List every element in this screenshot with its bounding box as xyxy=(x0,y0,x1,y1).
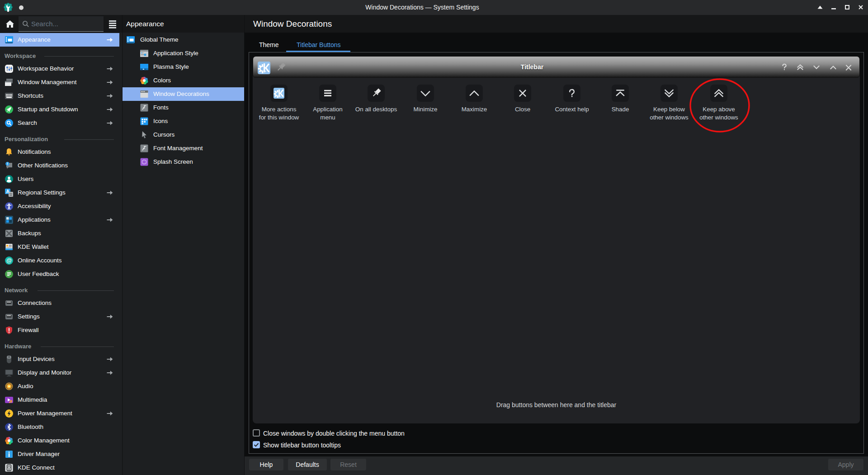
svg-text:@: @ xyxy=(6,257,12,264)
